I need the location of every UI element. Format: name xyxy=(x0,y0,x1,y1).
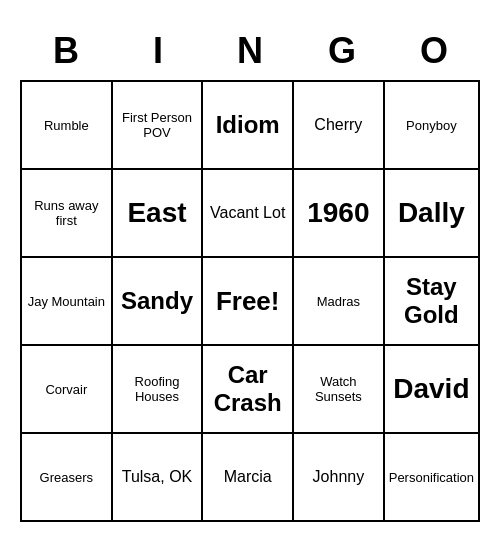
bingo-cell-8: 1960 xyxy=(294,170,385,258)
header-letter: O xyxy=(388,22,480,80)
bingo-cell-9: Dally xyxy=(385,170,480,258)
bingo-grid: RumbleFirst Person POVIdiomCherryPonyboy… xyxy=(20,80,480,522)
bingo-cell-19: David xyxy=(385,346,480,434)
bingo-cell-13: Madras xyxy=(294,258,385,346)
bingo-cell-21: Tulsa, OK xyxy=(113,434,204,522)
bingo-cell-3: Cherry xyxy=(294,82,385,170)
bingo-header: BINGO xyxy=(20,22,480,80)
bingo-cell-14: Stay Gold xyxy=(385,258,480,346)
bingo-cell-5: Runs away first xyxy=(22,170,113,258)
header-letter: B xyxy=(20,22,112,80)
bingo-cell-23: Johnny xyxy=(294,434,385,522)
bingo-cell-16: Roofing Houses xyxy=(113,346,204,434)
bingo-cell-0: Rumble xyxy=(22,82,113,170)
bingo-cell-20: Greasers xyxy=(22,434,113,522)
bingo-cell-17: Car Crash xyxy=(203,346,294,434)
bingo-cell-24: Personification xyxy=(385,434,480,522)
bingo-cell-15: Corvair xyxy=(22,346,113,434)
header-letter: G xyxy=(296,22,388,80)
header-letter: I xyxy=(112,22,204,80)
bingo-cell-10: Jay Mountain xyxy=(22,258,113,346)
bingo-cell-2: Idiom xyxy=(203,82,294,170)
bingo-cell-7: Vacant Lot xyxy=(203,170,294,258)
bingo-cell-12: Free! xyxy=(203,258,294,346)
bingo-cell-1: First Person POV xyxy=(113,82,204,170)
bingo-cell-11: Sandy xyxy=(113,258,204,346)
bingo-cell-22: Marcia xyxy=(203,434,294,522)
bingo-cell-4: Ponyboy xyxy=(385,82,480,170)
bingo-cell-6: East xyxy=(113,170,204,258)
bingo-card: BINGO RumbleFirst Person POVIdiomCherryP… xyxy=(10,12,490,532)
header-letter: N xyxy=(204,22,296,80)
bingo-cell-18: Watch Sunsets xyxy=(294,346,385,434)
